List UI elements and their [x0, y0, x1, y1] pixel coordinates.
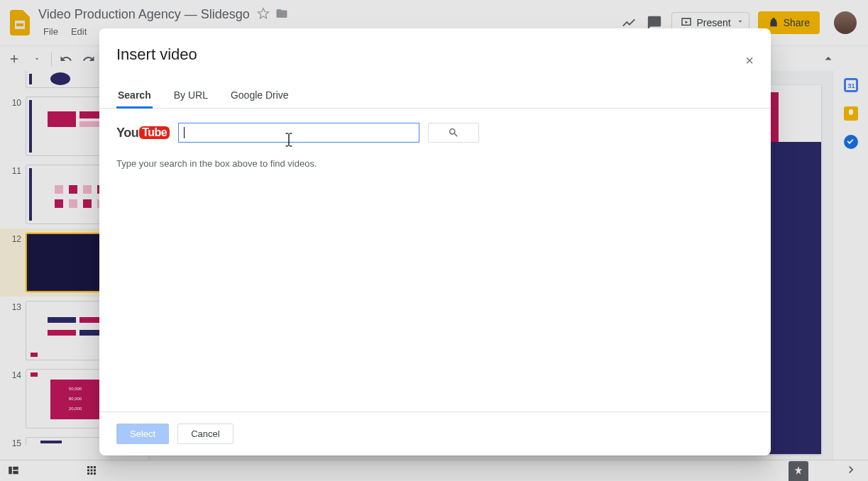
search-hint-text: Type your search in the box above to fin… — [116, 158, 754, 169]
cancel-button[interactable]: Cancel — [177, 424, 233, 444]
tab-by-url[interactable]: By URL — [172, 82, 209, 108]
youtube-logo-you: You — [116, 126, 138, 140]
search-button[interactable] — [428, 123, 479, 143]
youtube-logo-tube: Tube — [139, 126, 170, 139]
insert-video-dialog: Insert video × Search By URL Google Driv… — [99, 28, 771, 455]
tab-search[interactable]: Search — [116, 82, 153, 108]
tab-google-drive[interactable]: Google Drive — [229, 82, 290, 108]
select-button[interactable]: Select — [116, 424, 169, 444]
close-icon[interactable]: × — [745, 52, 754, 69]
dialog-footer: Select Cancel — [99, 411, 771, 455]
video-search-input[interactable] — [178, 123, 419, 143]
dialog-tabs: Search By URL Google Drive — [99, 82, 771, 109]
dialog-title: Insert video — [99, 28, 771, 70]
youtube-logo: YouTube — [116, 126, 170, 140]
search-row: YouTube — [116, 123, 754, 143]
dialog-body: YouTube Type your search in the box abov… — [99, 109, 771, 411]
